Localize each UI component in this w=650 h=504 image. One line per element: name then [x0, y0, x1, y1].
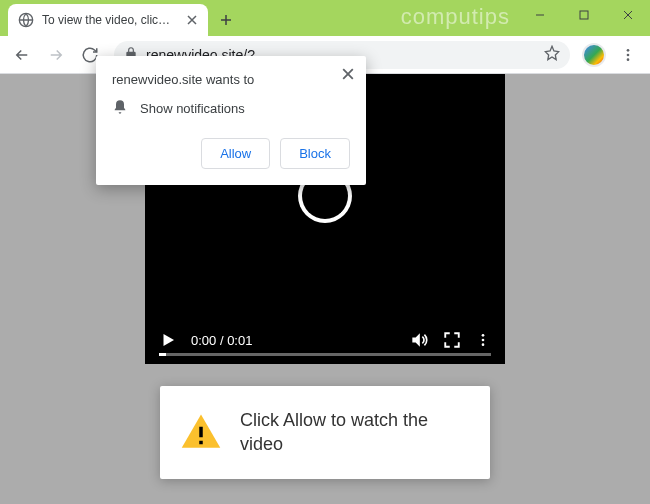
bookmark-star-icon[interactable]	[544, 45, 560, 65]
video-controls: 0:00 / 0:01	[145, 316, 505, 364]
maximize-button[interactable]	[562, 0, 606, 30]
profile-avatar[interactable]	[582, 43, 606, 67]
permission-label: Show notifications	[140, 101, 245, 116]
tab-close-icon[interactable]	[184, 12, 200, 28]
dialog-title: renewvideo.site wants to	[112, 72, 350, 87]
permission-row: Show notifications	[112, 99, 350, 118]
notification-permission-dialog: renewvideo.site wants to Show notificati…	[96, 56, 366, 185]
globe-icon	[18, 12, 34, 28]
svg-point-7	[482, 343, 485, 346]
dialog-close-icon[interactable]	[342, 66, 354, 84]
video-progress-bar[interactable]	[159, 353, 491, 356]
svg-point-2	[627, 49, 630, 52]
minimize-button[interactable]	[518, 0, 562, 30]
svg-point-3	[627, 53, 630, 56]
svg-rect-9	[199, 441, 203, 445]
svg-point-5	[482, 334, 485, 337]
block-button[interactable]: Block	[280, 138, 350, 169]
svg-rect-1	[580, 11, 588, 19]
browser-tab[interactable]: To view the video, click the Allow	[8, 4, 208, 36]
watermark: computips	[401, 4, 510, 30]
instruction-text: Click Allow to watch the video	[240, 408, 470, 457]
svg-point-4	[627, 58, 630, 61]
bell-icon	[112, 99, 128, 118]
dialog-buttons: Allow Block	[112, 138, 350, 169]
svg-point-6	[482, 339, 485, 342]
volume-icon[interactable]	[409, 330, 429, 350]
close-window-button[interactable]	[606, 0, 650, 30]
tab-title: To view the video, click the Allow	[42, 13, 176, 27]
kebab-menu-icon[interactable]	[612, 39, 644, 71]
video-time: 0:00 / 0:01	[191, 333, 395, 348]
new-tab-button[interactable]	[212, 6, 240, 34]
window-controls	[518, 0, 650, 36]
video-menu-icon[interactable]	[475, 332, 491, 348]
instruction-card: Click Allow to watch the video	[160, 386, 490, 479]
forward-button[interactable]	[40, 39, 72, 71]
back-button[interactable]	[6, 39, 38, 71]
play-icon[interactable]	[159, 331, 177, 349]
svg-rect-8	[199, 427, 203, 438]
titlebar: To view the video, click the Allow compu…	[0, 0, 650, 36]
warning-icon	[180, 411, 222, 453]
fullscreen-icon[interactable]	[443, 331, 461, 349]
allow-button[interactable]: Allow	[201, 138, 270, 169]
